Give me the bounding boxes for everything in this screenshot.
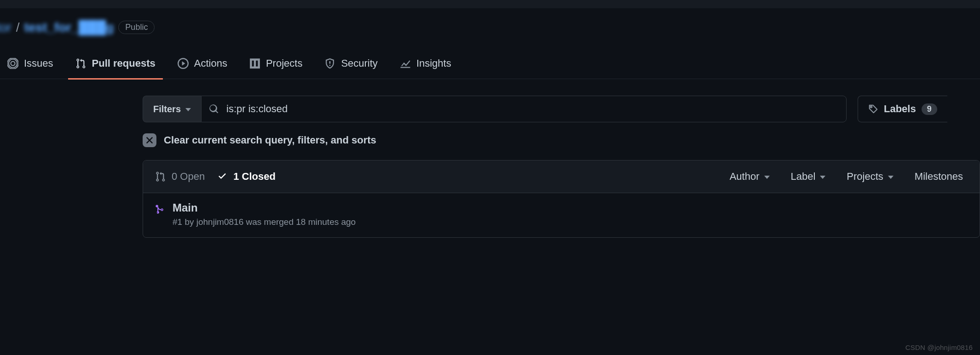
tab-issues[interactable]: Issues — [0, 51, 64, 79]
repo-owner-link[interactable]: tor — [0, 19, 12, 35]
check-icon — [217, 171, 228, 182]
search-row: Filters Labels 9 — [143, 96, 980, 122]
label-filter[interactable]: Label — [791, 171, 826, 183]
filters-button-label: Filters — [153, 104, 181, 115]
tab-insights-label: Insights — [416, 57, 451, 69]
issues-content: Filters Labels 9 Clear current search qu… — [0, 79, 980, 238]
filter-dropdowns: Author Label Projects Milestones — [730, 171, 968, 183]
tab-issues-label: Issues — [24, 57, 53, 69]
watermark: CSDN @johnjim0816 — [905, 344, 973, 351]
pr-list-header: 0 Open 1 Closed Author Label Projects — [143, 160, 980, 193]
tab-projects[interactable]: Projects — [238, 51, 313, 79]
tab-actions[interactable]: Actions — [167, 51, 238, 79]
git-merge-icon — [155, 204, 165, 214]
projects-filter-label: Projects — [847, 171, 883, 183]
search-input[interactable] — [226, 103, 839, 115]
filters-button[interactable]: Filters — [143, 96, 201, 122]
open-tab-label: 0 Open — [172, 171, 205, 183]
milestones-filter-label: Milestones — [915, 171, 963, 183]
labels-button[interactable]: Labels 9 — [858, 96, 947, 122]
git-pull-request-icon — [75, 58, 86, 69]
clear-filters-label: Clear current search query, filters, and… — [164, 134, 376, 146]
chevron-down-icon — [888, 176, 894, 179]
tab-actions-label: Actions — [194, 57, 227, 69]
graph-icon — [400, 58, 411, 69]
pr-title-link[interactable]: Main — [173, 201, 356, 214]
pr-list-box: 0 Open 1 Closed Author Label Projects — [143, 160, 980, 238]
label-filter-label: Label — [791, 171, 816, 183]
tab-pull-requests-label: Pull requests — [92, 57, 156, 69]
tab-pull-requests[interactable]: Pull requests — [64, 51, 167, 79]
filter-search-group: Filters — [143, 96, 847, 122]
visibility-badge: Public — [118, 21, 155, 34]
tag-icon — [868, 104, 878, 114]
repo-name-link[interactable]: test_for_███g — [24, 19, 114, 35]
search-icon — [209, 104, 219, 114]
projects-filter[interactable]: Projects — [847, 171, 893, 183]
chevron-down-icon — [185, 108, 191, 111]
author-filter-label: Author — [730, 171, 760, 183]
tab-security-label: Security — [341, 57, 377, 69]
tab-projects-label: Projects — [266, 57, 302, 69]
labels-count-badge: 9 — [922, 103, 937, 115]
clear-filters-button[interactable]: Clear current search query, filters, and… — [143, 133, 980, 147]
project-icon — [249, 58, 260, 69]
labels-button-label: Labels — [884, 103, 916, 115]
repo-header: tor / test_for_███g Public Issues Pull r… — [0, 8, 980, 79]
search-box[interactable] — [201, 96, 847, 122]
path-separator: / — [16, 19, 20, 35]
issue-icon — [7, 58, 18, 69]
chevron-down-icon — [820, 176, 825, 179]
closed-tab[interactable]: 1 Closed — [217, 171, 276, 183]
open-tab[interactable]: 0 Open — [155, 171, 205, 183]
closed-tab-label: 1 Closed — [233, 171, 276, 183]
shield-icon — [324, 58, 335, 69]
state-tabs: 0 Open 1 Closed — [155, 171, 276, 183]
tab-insights[interactable]: Insights — [389, 51, 462, 79]
repo-title: tor / test_for_███g Public — [0, 19, 980, 35]
global-topbar — [0, 0, 980, 8]
play-icon — [178, 58, 189, 69]
pr-meta: #1 by johnjim0816 was merged 18 minutes … — [173, 217, 356, 227]
tab-security[interactable]: Security — [313, 51, 388, 79]
close-icon — [143, 133, 156, 147]
chevron-down-icon — [764, 176, 770, 179]
author-filter[interactable]: Author — [730, 171, 770, 183]
git-pull-request-icon — [155, 171, 166, 182]
repo-nav: Issues Pull requests Actions Projects Se… — [0, 51, 980, 79]
milestones-filter[interactable]: Milestones — [915, 171, 963, 183]
pr-item-body: Main #1 by johnjim0816 was merged 18 min… — [173, 201, 356, 227]
pr-list-item[interactable]: Main #1 by johnjim0816 was merged 18 min… — [143, 193, 980, 237]
